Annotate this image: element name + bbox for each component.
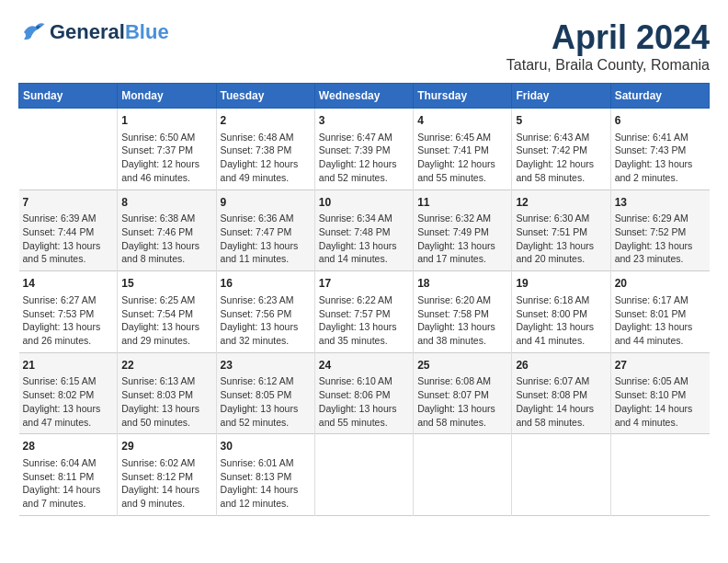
day-number: 3 bbox=[319, 113, 409, 129]
calendar-week-1: 1Sunrise: 6:50 AMSunset: 7:37 PMDaylight… bbox=[19, 109, 710, 190]
day-info: Sunrise: 6:05 AMSunset: 8:10 PMDaylight:… bbox=[615, 374, 706, 429]
day-number: 22 bbox=[121, 358, 211, 373]
day-info: Sunrise: 6:01 AMSunset: 8:13 PMDaylight:… bbox=[221, 456, 311, 511]
calendar-body: 1Sunrise: 6:50 AMSunset: 7:37 PMDaylight… bbox=[19, 109, 710, 516]
header-monday: Monday bbox=[118, 84, 216, 109]
day-number: 1 bbox=[121, 113, 211, 129]
day-info: Sunrise: 6:41 AMSunset: 7:43 PMDaylight:… bbox=[615, 131, 706, 185]
calendar-cell: 29Sunrise: 6:02 AMSunset: 8:12 PMDayligh… bbox=[118, 434, 216, 516]
day-number: 28 bbox=[23, 439, 114, 454]
day-info: Sunrise: 6:38 AMSunset: 7:46 PMDaylight:… bbox=[121, 212, 211, 266]
calendar-cell: 9Sunrise: 6:36 AMSunset: 7:47 PMDaylight… bbox=[216, 190, 314, 271]
day-number: 27 bbox=[615, 358, 706, 373]
header-thursday: Thursday bbox=[414, 84, 512, 109]
calendar-cell: 8Sunrise: 6:38 AMSunset: 7:46 PMDaylight… bbox=[118, 190, 216, 271]
month-title: April 2024 bbox=[506, 18, 710, 57]
calendar-cell: 28Sunrise: 6:04 AMSunset: 8:11 PMDayligh… bbox=[19, 434, 118, 516]
calendar-week-4: 21Sunrise: 6:15 AMSunset: 8:02 PMDayligh… bbox=[19, 352, 710, 434]
calendar-cell: 6Sunrise: 6:41 AMSunset: 7:43 PMDaylight… bbox=[610, 109, 709, 190]
day-number: 12 bbox=[516, 195, 606, 211]
calendar-cell bbox=[610, 434, 709, 516]
day-number: 29 bbox=[121, 439, 211, 454]
day-info: Sunrise: 6:30 AMSunset: 7:51 PMDaylight:… bbox=[516, 212, 606, 266]
day-number: 17 bbox=[319, 276, 409, 292]
calendar-cell: 4Sunrise: 6:45 AMSunset: 7:41 PMDaylight… bbox=[414, 109, 512, 190]
header-friday: Friday bbox=[512, 84, 610, 109]
calendar-cell: 10Sunrise: 6:34 AMSunset: 7:48 PMDayligh… bbox=[314, 190, 413, 271]
day-info: Sunrise: 6:15 AMSunset: 8:02 PMDaylight:… bbox=[23, 374, 114, 429]
calendar-cell: 21Sunrise: 6:15 AMSunset: 8:02 PMDayligh… bbox=[19, 352, 118, 434]
day-info: Sunrise: 6:17 AMSunset: 8:01 PMDaylight:… bbox=[615, 293, 706, 348]
day-info: Sunrise: 6:32 AMSunset: 7:49 PMDaylight:… bbox=[417, 212, 507, 266]
day-number: 20 bbox=[615, 276, 706, 292]
calendar-cell: 14Sunrise: 6:27 AMSunset: 7:53 PMDayligh… bbox=[19, 271, 118, 353]
day-info: Sunrise: 6:02 AMSunset: 8:12 PMDaylight:… bbox=[121, 456, 211, 511]
day-info: Sunrise: 6:18 AMSunset: 8:00 PMDaylight:… bbox=[516, 293, 606, 348]
day-info: Sunrise: 6:50 AMSunset: 7:37 PMDaylight:… bbox=[121, 131, 211, 185]
calendar-table: Sunday Monday Tuesday Wednesday Thursday… bbox=[18, 83, 710, 516]
title-block: April 2024 Tataru, Braila County, Romani… bbox=[506, 18, 710, 74]
header-row: Sunday Monday Tuesday Wednesday Thursday… bbox=[19, 84, 710, 109]
day-number: 21 bbox=[23, 358, 114, 373]
calendar-cell: 2Sunrise: 6:48 AMSunset: 7:38 PMDaylight… bbox=[216, 109, 314, 190]
calendar-cell: 5Sunrise: 6:43 AMSunset: 7:42 PMDaylight… bbox=[512, 109, 610, 190]
day-info: Sunrise: 6:12 AMSunset: 8:05 PMDaylight:… bbox=[221, 374, 311, 429]
calendar-week-2: 7Sunrise: 6:39 AMSunset: 7:44 PMDaylight… bbox=[19, 190, 710, 271]
day-info: Sunrise: 6:07 AMSunset: 8:08 PMDaylight:… bbox=[516, 374, 606, 429]
day-info: Sunrise: 6:27 AMSunset: 7:53 PMDaylight:… bbox=[23, 293, 114, 348]
calendar-cell: 12Sunrise: 6:30 AMSunset: 7:51 PMDayligh… bbox=[512, 190, 610, 271]
calendar-cell bbox=[512, 434, 610, 516]
calendar-cell: 20Sunrise: 6:17 AMSunset: 8:01 PMDayligh… bbox=[610, 271, 709, 353]
location-title: Tataru, Braila County, Romania bbox=[506, 57, 710, 74]
day-info: Sunrise: 6:36 AMSunset: 7:47 PMDaylight:… bbox=[221, 212, 311, 266]
day-info: Sunrise: 6:20 AMSunset: 7:58 PMDaylight:… bbox=[417, 293, 507, 348]
calendar-cell: 7Sunrise: 6:39 AMSunset: 7:44 PMDaylight… bbox=[19, 190, 118, 271]
day-number: 2 bbox=[221, 113, 311, 129]
calendar-cell bbox=[19, 109, 118, 190]
calendar-cell: 3Sunrise: 6:47 AMSunset: 7:39 PMDaylight… bbox=[314, 109, 413, 190]
day-info: Sunrise: 6:10 AMSunset: 8:06 PMDaylight:… bbox=[319, 374, 409, 429]
day-info: Sunrise: 6:25 AMSunset: 7:54 PMDaylight:… bbox=[121, 293, 211, 348]
calendar-cell: 22Sunrise: 6:13 AMSunset: 8:03 PMDayligh… bbox=[118, 352, 216, 434]
day-info: Sunrise: 6:22 AMSunset: 7:57 PMDaylight:… bbox=[319, 293, 409, 348]
calendar-cell bbox=[414, 434, 512, 516]
day-number: 11 bbox=[417, 195, 507, 211]
header-wednesday: Wednesday bbox=[314, 84, 413, 109]
day-number: 19 bbox=[516, 276, 606, 292]
header-saturday: Saturday bbox=[610, 84, 709, 109]
day-number: 14 bbox=[23, 276, 114, 292]
calendar-cell: 26Sunrise: 6:07 AMSunset: 8:08 PMDayligh… bbox=[512, 352, 610, 434]
day-number: 23 bbox=[221, 358, 311, 373]
calendar-cell: 11Sunrise: 6:32 AMSunset: 7:49 PMDayligh… bbox=[414, 190, 512, 271]
day-info: Sunrise: 6:48 AMSunset: 7:38 PMDaylight:… bbox=[221, 131, 311, 185]
day-info: Sunrise: 6:47 AMSunset: 7:39 PMDaylight:… bbox=[319, 131, 409, 185]
day-info: Sunrise: 6:45 AMSunset: 7:41 PMDaylight:… bbox=[417, 131, 507, 185]
day-info: Sunrise: 6:39 AMSunset: 7:44 PMDaylight:… bbox=[23, 212, 114, 266]
day-number: 25 bbox=[417, 358, 507, 373]
day-number: 18 bbox=[417, 276, 507, 292]
day-number: 9 bbox=[221, 195, 311, 211]
day-number: 10 bbox=[319, 195, 409, 211]
calendar-cell: 17Sunrise: 6:22 AMSunset: 7:57 PMDayligh… bbox=[314, 271, 413, 353]
page-header: GeneralBlue April 2024 Tataru, Braila Co… bbox=[18, 18, 710, 74]
calendar-cell: 30Sunrise: 6:01 AMSunset: 8:13 PMDayligh… bbox=[216, 434, 314, 516]
logo-text: GeneralBlue bbox=[50, 21, 169, 43]
day-info: Sunrise: 6:08 AMSunset: 8:07 PMDaylight:… bbox=[417, 374, 507, 429]
day-number: 8 bbox=[121, 195, 211, 211]
calendar-cell: 15Sunrise: 6:25 AMSunset: 7:54 PMDayligh… bbox=[118, 271, 216, 353]
day-number: 6 bbox=[615, 113, 706, 129]
day-info: Sunrise: 6:43 AMSunset: 7:42 PMDaylight:… bbox=[516, 131, 606, 185]
calendar-week-3: 14Sunrise: 6:27 AMSunset: 7:53 PMDayligh… bbox=[19, 271, 710, 353]
calendar-cell: 25Sunrise: 6:08 AMSunset: 8:07 PMDayligh… bbox=[414, 352, 512, 434]
day-number: 13 bbox=[615, 195, 706, 211]
day-info: Sunrise: 6:34 AMSunset: 7:48 PMDaylight:… bbox=[319, 212, 409, 266]
day-number: 5 bbox=[516, 113, 606, 129]
calendar-cell bbox=[314, 434, 413, 516]
day-number: 30 bbox=[221, 439, 311, 454]
calendar-header: Sunday Monday Tuesday Wednesday Thursday… bbox=[19, 84, 710, 109]
calendar-cell: 19Sunrise: 6:18 AMSunset: 8:00 PMDayligh… bbox=[512, 271, 610, 353]
calendar-cell: 23Sunrise: 6:12 AMSunset: 8:05 PMDayligh… bbox=[216, 352, 314, 434]
calendar-cell: 18Sunrise: 6:20 AMSunset: 7:58 PMDayligh… bbox=[414, 271, 512, 353]
calendar-cell: 24Sunrise: 6:10 AMSunset: 8:06 PMDayligh… bbox=[314, 352, 413, 434]
day-number: 26 bbox=[516, 358, 606, 373]
